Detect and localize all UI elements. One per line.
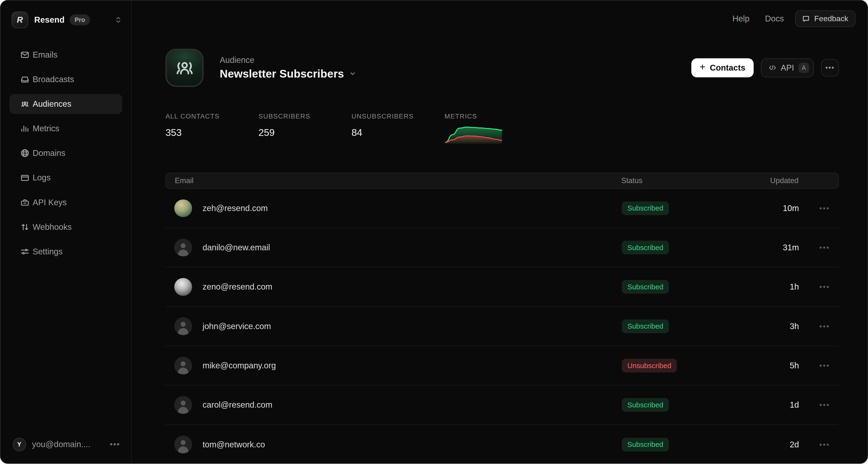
code-icon <box>769 64 776 71</box>
table-row[interactable]: zeh@resend.com Subscribed 10m ••• <box>165 189 839 228</box>
table-row[interactable]: danilo@new.email Subscribed 31m ••• <box>165 228 839 267</box>
sidebar-item-emails[interactable]: Emails <box>9 45 123 65</box>
page-header: Audience Newsletter Subscribers + Contac… <box>165 49 839 87</box>
stat-value: 84 <box>351 127 444 138</box>
sidebar-item-label: Broadcasts <box>32 75 74 84</box>
sidebar: R Resend Pro Emails Broadcasts Audiences… <box>0 0 132 463</box>
sidebar-item-audiences[interactable]: Audiences <box>9 94 123 114</box>
help-link[interactable]: Help <box>733 14 750 23</box>
column-email: Email <box>175 176 621 185</box>
sidebar-item-label: Audiences <box>32 99 71 109</box>
row-more-icon[interactable]: ••• <box>799 322 830 331</box>
stats-row: ALL CONTACTS 353 SUBSCRIBERS 259 UNSUBSC… <box>165 113 839 144</box>
sidebar-nav: Emails Broadcasts Audiences Metrics Doma… <box>0 45 131 262</box>
status-badge: Subscribed <box>622 398 669 412</box>
chevron-up-down-icon[interactable] <box>114 16 123 24</box>
avatar <box>174 357 192 375</box>
status-badge: Subscribed <box>622 280 669 294</box>
contact-email: zeno@resend.com <box>203 282 272 291</box>
logs-icon <box>21 173 29 182</box>
sidebar-item-logs[interactable]: Logs <box>9 168 123 188</box>
stat-block: METRICS <box>444 113 537 144</box>
contact-email: john@service.com <box>203 322 271 331</box>
sidebar-item-label: Metrics <box>32 124 59 133</box>
sidebar-item-domains[interactable]: Domains <box>9 143 123 163</box>
user-menu[interactable]: Y you@domain.... ••• <box>13 438 123 451</box>
stat-label: SUBSCRIBERS <box>258 113 351 120</box>
table-row[interactable]: zeno@resend.com Subscribed 1h ••• <box>165 267 839 307</box>
column-updated: Updated <box>726 176 799 185</box>
stat-block: ALL CONTACTS 353 <box>165 113 258 144</box>
audience-group-icon <box>165 49 204 87</box>
audiences-icon <box>21 99 29 108</box>
chevron-down-icon <box>349 70 356 77</box>
broadcasts-icon <box>21 75 29 84</box>
row-more-icon[interactable]: ••• <box>799 361 830 370</box>
sidebar-item-api-keys[interactable]: API Keys <box>9 193 123 212</box>
brand-name: Resend <box>34 15 64 25</box>
user-more-icon[interactable]: ••• <box>110 440 122 449</box>
main-content: Help Docs Feedback <box>132 0 868 463</box>
add-contacts-button[interactable]: + Contacts <box>691 58 754 77</box>
api-keys-icon <box>21 198 29 207</box>
row-more-icon[interactable]: ••• <box>799 282 830 291</box>
user-email: you@domain.... <box>32 440 90 449</box>
avatar <box>174 278 192 296</box>
updated-time: 2d <box>727 440 799 449</box>
sidebar-item-label: Webhooks <box>32 222 71 232</box>
table-body: zeh@resend.com Subscribed 10m ••• danilo… <box>165 189 839 464</box>
workspace-switcher[interactable]: R Resend Pro <box>11 11 122 29</box>
sidebar-item-label: Domains <box>32 148 65 158</box>
updated-time: 1d <box>727 400 799 410</box>
contact-email: zeh@resend.com <box>203 204 268 213</box>
status-badge: Subscribed <box>622 201 669 215</box>
status-badge: Unsubscribed <box>622 359 677 373</box>
sidebar-item-broadcasts[interactable]: Broadcasts <box>9 69 123 89</box>
page-eyebrow: Audience <box>220 55 356 65</box>
plus-icon: + <box>700 62 705 72</box>
stat-label: METRICS <box>444 113 537 120</box>
row-more-icon[interactable]: ••• <box>799 440 830 449</box>
sidebar-item-webhooks[interactable]: Webhooks <box>9 217 123 237</box>
header-text: Audience Newsletter Subscribers <box>220 55 356 80</box>
stat-label: UNSUBSCRIBERS <box>351 113 444 120</box>
row-more-icon[interactable]: ••• <box>799 204 830 213</box>
status-badge: Subscribed <box>622 438 669 452</box>
avatar <box>174 396 192 414</box>
audience-selector[interactable]: Newsletter Subscribers <box>220 67 356 80</box>
sidebar-item-metrics[interactable]: Metrics <box>9 119 123 139</box>
column-status: Status <box>621 176 726 185</box>
avatar <box>174 239 192 257</box>
stat-value: 353 <box>165 127 258 138</box>
table-row[interactable]: john@service.com Subscribed 3h ••• <box>165 307 839 346</box>
stat-block: SUBSCRIBERS 259 <box>258 113 351 144</box>
sidebar-item-settings[interactable]: Settings <box>9 242 123 262</box>
viewport: R Resend Pro Emails Broadcasts Audiences… <box>0 0 868 464</box>
sidebar-item-label: API Keys <box>32 198 67 207</box>
api-shortcut-badge: A <box>799 63 809 73</box>
feedback-button[interactable]: Feedback <box>795 10 856 27</box>
header-more-button[interactable]: ••• <box>821 59 839 77</box>
app-window: R Resend Pro Emails Broadcasts Audiences… <box>0 0 868 464</box>
status-badge: Subscribed <box>622 319 669 333</box>
user-avatar: Y <box>13 438 26 451</box>
avatar <box>174 200 192 217</box>
page-title: Newsletter Subscribers <box>220 67 344 80</box>
api-button[interactable]: API A <box>761 58 814 77</box>
table-header: Email Status Updated <box>165 173 839 189</box>
updated-time: 10m <box>727 204 799 213</box>
feedback-bubble-icon <box>802 15 810 23</box>
row-more-icon[interactable]: ••• <box>799 243 830 252</box>
contact-email: danilo@new.email <box>203 243 270 252</box>
table-row[interactable]: tom@network.co Subscribed 2d ••• <box>165 425 839 464</box>
table-row[interactable]: mike@company.org Unsubscribed 5h ••• <box>165 346 839 385</box>
row-more-icon[interactable]: ••• <box>799 400 830 409</box>
contact-email: tom@network.co <box>203 440 265 449</box>
docs-link[interactable]: Docs <box>765 14 784 23</box>
domains-icon <box>21 149 29 157</box>
stat-label: ALL CONTACTS <box>165 113 258 120</box>
table-row[interactable]: carol@resend.com Subscribed 1d ••• <box>165 385 839 425</box>
updated-time: 3h <box>727 322 799 331</box>
emails-icon <box>21 50 29 59</box>
updated-time: 1h <box>727 282 799 291</box>
